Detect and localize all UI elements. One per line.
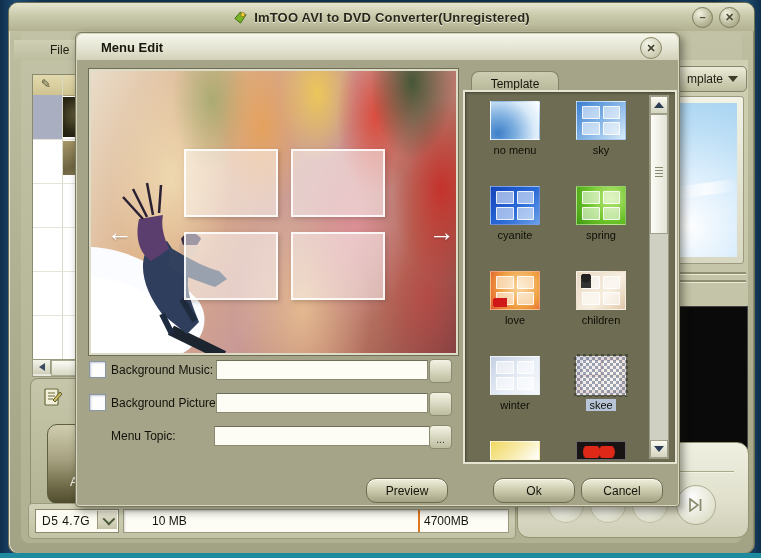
template-label: spring: [583, 229, 619, 241]
dialog-title: Menu Edit: [101, 40, 163, 55]
desktop: ImTOO AVI to DVD Converter(Unregistered)…: [0, 0, 761, 558]
background-picture-label: Background Picture:: [111, 396, 219, 410]
capacity-marker: [418, 510, 420, 532]
template-item[interactable]: love: [479, 271, 551, 328]
menu-slot-2[interactable]: [291, 149, 385, 217]
template-thumb-children: [576, 271, 626, 310]
background-music-browse-button[interactable]: [429, 359, 452, 383]
template-label: sky: [590, 144, 613, 156]
background-picture-browse-button[interactable]: [429, 392, 452, 416]
disc-type-value: D5 4.7G: [42, 514, 90, 528]
preview-button[interactable]: Preview: [366, 478, 448, 503]
ellipsis-icon: ...: [436, 435, 444, 445]
play-icon: [688, 498, 704, 512]
menu-preview-area[interactable]: ← →: [89, 69, 458, 355]
template-thumb-cyanite: [490, 186, 540, 225]
template-label: no menu: [491, 144, 540, 156]
template-label: cyanite: [495, 229, 536, 241]
scroll-left-button[interactable]: [33, 360, 51, 374]
selected-cell: [33, 95, 62, 139]
template-item[interactable]: sky: [565, 101, 637, 158]
app-icon: [233, 10, 248, 25]
template-item[interactable]: spring: [565, 186, 637, 243]
template-label: children: [579, 314, 624, 326]
capacity-progress-bar: 10 MB 4700MB: [123, 509, 509, 533]
background-music-input[interactable]: [216, 360, 428, 380]
menu-slot-4[interactable]: [291, 232, 385, 300]
template-scrollbar-thumb[interactable]: [650, 114, 668, 234]
menu-topic-browse-button[interactable]: ...: [429, 425, 452, 449]
scroll-left-icon: [39, 363, 45, 371]
template-label: love: [502, 314, 528, 326]
dialog-close-icon: ✕: [646, 42, 655, 55]
dialog-title-bar[interactable]: Menu Edit ✕: [77, 34, 678, 60]
template-dropdown-label: mplate: [687, 72, 723, 86]
menu-slot-1[interactable]: [184, 149, 278, 217]
close-button[interactable]: ✕: [719, 7, 740, 28]
template-thumb-spring: [576, 186, 626, 225]
disc-type-combo[interactable]: D5 4.7G: [35, 509, 119, 533]
background-picture-input[interactable]: [216, 393, 428, 413]
play-button[interactable]: [676, 485, 716, 525]
used-size-label: 10 MB: [152, 514, 187, 528]
panel-groove: [676, 272, 746, 275]
template-item[interactable]: no menu: [479, 101, 551, 158]
dropdown-arrow-icon: [728, 76, 738, 82]
scrollbar-grip: [655, 167, 663, 177]
background-music-checkbox[interactable]: [89, 361, 106, 378]
template-item[interactable]: children: [565, 271, 637, 328]
edit-column-icon: ✎: [41, 77, 51, 91]
template-tab-label: Template: [491, 77, 540, 91]
background-music-label: Background Music:: [111, 363, 213, 377]
template-item[interactable]: cyanite: [479, 186, 551, 243]
close-icon: ✕: [725, 12, 734, 23]
menu-edit-dialog: Menu Edit ✕ ← →: [75, 32, 680, 507]
panel-groove: [676, 280, 746, 283]
prev-page-arrow[interactable]: ←: [107, 219, 133, 245]
dialog-close-button[interactable]: ✕: [640, 37, 662, 59]
window-title: ImTOO AVI to DVD Converter(Unregistered): [254, 10, 530, 25]
template-preview-image: [675, 103, 737, 257]
template-thumb-love: [490, 271, 540, 310]
background-picture-checkbox[interactable]: [89, 394, 106, 411]
chevron-down-icon: [103, 512, 116, 525]
menu-topic-input[interactable]: [214, 426, 430, 446]
scroll-up-button[interactable]: [650, 96, 668, 114]
minimize-icon: –: [699, 12, 705, 23]
menu-slot-3[interactable]: [184, 232, 278, 300]
menu-topic-label: Menu Topic:: [111, 429, 175, 443]
minimize-button[interactable]: –: [692, 7, 713, 28]
next-page-arrow[interactable]: →: [429, 219, 455, 245]
menu-file[interactable]: File: [44, 42, 75, 58]
edit-list-icon: [43, 387, 63, 411]
cancel-button[interactable]: Cancel: [581, 478, 663, 503]
scroll-up-icon: [654, 102, 664, 108]
combo-dropdown-button[interactable]: [97, 511, 117, 529]
output-size-bar: D5 4.7G 10 MB 4700MB: [28, 503, 516, 539]
template-thumb-sky: [576, 101, 626, 140]
title-bar[interactable]: ImTOO AVI to DVD Converter(Unregistered)…: [9, 3, 754, 31]
template-thumb-no-menu: [490, 101, 540, 140]
capacity-label: 4700MB: [424, 514, 469, 528]
ok-button[interactable]: Ok: [493, 478, 575, 503]
